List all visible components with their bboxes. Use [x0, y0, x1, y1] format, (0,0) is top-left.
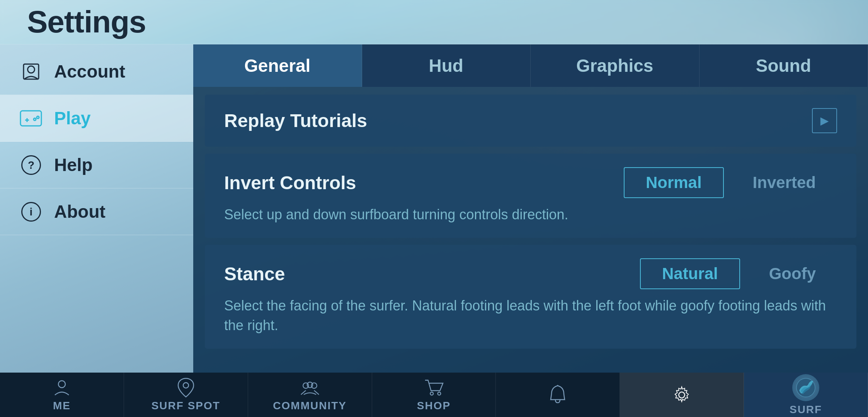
nav-me[interactable]: ME: [0, 373, 124, 417]
location-icon: [176, 378, 196, 397]
tab-hud[interactable]: Hud: [362, 44, 531, 87]
bottom-navigation: ME SURF SPOT COMMUNITY: [0, 373, 868, 417]
svg-point-17: [437, 392, 441, 395]
tab-graphics[interactable]: Graphics: [531, 44, 700, 87]
svg-text:?: ?: [27, 159, 34, 171]
svg-point-15: [307, 382, 312, 387]
nav-community[interactable]: COMMUNITY: [248, 373, 372, 417]
svg-point-12: [183, 383, 189, 388]
header: Settings: [0, 0, 868, 44]
nav-me-label: ME: [53, 400, 71, 412]
surf-logo-icon: [792, 374, 819, 401]
gamepad-icon: [19, 107, 43, 130]
invert-controls-header: Invert Controls Normal Inverted: [224, 167, 837, 198]
invert-normal-btn[interactable]: Normal: [624, 167, 724, 198]
replay-tutorials-header: Replay Tutorials ►: [224, 108, 837, 133]
sidebar-item-account[interactable]: Account: [0, 48, 193, 95]
person-icon: [19, 60, 43, 83]
settings-content: Replay Tutorials ► Invert Controls Norma…: [193, 87, 868, 373]
svg-point-11: [58, 381, 65, 388]
stance-goofy-btn[interactable]: Goofy: [748, 259, 837, 288]
nav-surf-label: SURF: [790, 403, 822, 416]
replay-tutorials-title: Replay Tutorials: [224, 110, 367, 131]
sidebar-about-label: About: [54, 201, 106, 222]
invert-controls-card: Invert Controls Normal Inverted Select u…: [205, 154, 856, 238]
bell-icon: [548, 385, 567, 405]
nav-settings[interactable]: [620, 373, 744, 417]
community-icon: [300, 378, 320, 397]
nav-shop[interactable]: SHOP: [372, 373, 496, 417]
tab-general[interactable]: General: [193, 44, 362, 87]
invert-controls-title: Invert Controls: [224, 172, 356, 193]
main-content: General Hud Graphics Sound Replay Tutori…: [193, 44, 868, 373]
svg-point-19: [679, 392, 685, 398]
replay-tutorials-card[interactable]: Replay Tutorials ►: [205, 95, 856, 147]
invert-controls-description: Select up and down surfboard turning con…: [224, 205, 837, 224]
stance-header: Stance Natural Goofy: [224, 258, 837, 289]
svg-point-16: [430, 392, 433, 395]
stance-title: Stance: [224, 263, 285, 285]
svg-point-5: [34, 118, 36, 120]
stance-card: Stance Natural Goofy Select the facing o…: [205, 245, 856, 349]
page-title: Settings: [27, 4, 146, 40]
nav-surf-spot[interactable]: SURF SPOT: [124, 373, 248, 417]
tabs-bar: General Hud Graphics Sound: [193, 44, 868, 87]
invert-inverted-btn[interactable]: Inverted: [732, 168, 837, 197]
tab-sound[interactable]: Sound: [700, 44, 868, 87]
sidebar-item-about[interactable]: i About: [0, 188, 193, 235]
sidebar-play-label: Play: [54, 108, 91, 129]
replay-tutorials-arrow[interactable]: ►: [812, 108, 837, 133]
cart-icon: [424, 378, 444, 397]
sidebar-item-help[interactable]: ? Help: [0, 142, 193, 188]
sidebar-item-play[interactable]: Play: [0, 95, 193, 142]
sidebar-account-label: Account: [54, 61, 125, 82]
svg-point-6: [37, 116, 39, 119]
sidebar: Account Play ? Help i: [0, 44, 193, 373]
nav-community-label: COMMUNITY: [273, 400, 347, 412]
stance-description: Select the facing of the surfer. Natural…: [224, 296, 837, 335]
help-icon: ?: [19, 153, 43, 176]
stance-natural-btn[interactable]: Natural: [640, 258, 740, 289]
invert-controls-toggle: Normal Inverted: [624, 167, 837, 198]
gear-icon: [672, 385, 691, 405]
person-nav-icon: [52, 378, 71, 397]
svg-text:i: i: [29, 206, 32, 218]
info-icon: i: [19, 200, 43, 223]
nav-shop-label: SHOP: [417, 400, 451, 412]
sidebar-help-label: Help: [54, 154, 93, 175]
nav-notifications[interactable]: [496, 373, 620, 417]
nav-surf-spot-label: SURF SPOT: [151, 400, 220, 412]
svg-point-1: [27, 66, 34, 73]
nav-surf[interactable]: SURF: [744, 373, 868, 417]
stance-toggle: Natural Goofy: [640, 258, 837, 289]
